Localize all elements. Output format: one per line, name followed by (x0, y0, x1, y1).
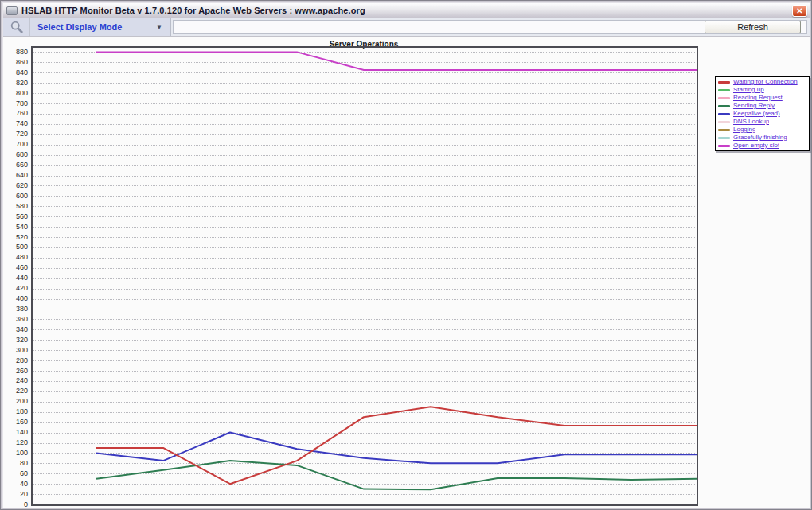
y-axis-tick-label: 760 (6, 110, 28, 117)
app-window: HSLAB HTTP Monitor Beta v 1.7.0.120 for … (0, 0, 812, 510)
legend-label: Keepalive (read) (733, 110, 780, 118)
legend-label: Reading Request (733, 94, 783, 102)
y-axis-tick-label: 100 (6, 450, 28, 457)
legend-label: DNS Lookup (733, 118, 769, 126)
legend-item[interactable]: Waiting for Connection (716, 78, 809, 86)
legend-swatch (718, 121, 730, 123)
y-axis-tick-label: 140 (6, 429, 28, 436)
y-axis-tick-label: 280 (6, 357, 28, 364)
y-axis-tick-label: 640 (6, 172, 28, 179)
y-axis-tick-label: 120 (6, 439, 28, 446)
y-axis-tick-label: 80 (6, 460, 28, 467)
y-axis-tick-label: 700 (6, 141, 28, 148)
legend-swatch (718, 137, 730, 139)
legend-swatch (718, 81, 730, 84)
y-axis-tick-label: 60 (6, 470, 28, 477)
legend-item[interactable]: Gracefully finishing (716, 134, 809, 142)
legend-swatch (718, 145, 730, 147)
legend-label: Open empty slot (733, 142, 779, 150)
legend-item[interactable]: Logging (716, 126, 809, 134)
y-axis-tick-label: 580 (6, 203, 28, 210)
y-axis-tick-label: 0 (6, 501, 28, 508)
y-axis-tick-label: 500 (6, 243, 28, 251)
legend-item[interactable]: Starting up (716, 86, 809, 94)
y-axis-tick-label: 160 (6, 419, 28, 426)
y-axis-tick-label: 560 (6, 213, 28, 220)
y-axis-tick-label: 380 (6, 306, 28, 313)
y-axis-tick-label: 880 (6, 49, 28, 56)
legend-label: Gracefully finishing (733, 134, 787, 142)
legend-label: Logging (733, 126, 755, 134)
chart-plot (31, 46, 698, 506)
y-axis-tick-label: 340 (6, 326, 28, 333)
y-axis-tick-label: 660 (6, 162, 28, 169)
legend-item[interactable]: Open empty slot (716, 142, 809, 150)
legend-item[interactable]: Sending Reply (716, 102, 809, 110)
legend-item[interactable]: DNS Lookup (716, 118, 809, 126)
y-axis-tick-label: 240 (6, 377, 28, 384)
legend-label: Sending Reply (733, 102, 775, 110)
y-axis-tick-label: 480 (6, 254, 28, 261)
legend: Waiting for ConnectionStarting upReading… (715, 76, 810, 151)
y-axis-tick-label: 820 (6, 80, 28, 87)
y-axis-tick-label: 200 (6, 398, 28, 405)
y-axis-tick-label: 180 (6, 408, 28, 415)
chart-panel: Server Operations 0204060801001201401601… (3, 37, 810, 508)
y-axis-tick-label: 360 (6, 316, 28, 323)
y-axis-tick-label: 840 (6, 69, 28, 76)
legend-swatch (718, 113, 730, 115)
y-axis-tick-label: 300 (6, 347, 28, 354)
y-axis-tick-label: 720 (6, 130, 28, 138)
y-axis-tick-label: 400 (6, 295, 28, 302)
y-axis-tick-label: 540 (6, 224, 28, 231)
legend-item[interactable]: Keepalive (read) (716, 110, 809, 118)
legend-item[interactable]: Reading Request (716, 94, 809, 102)
y-axis-tick-label: 260 (6, 368, 28, 375)
y-axis-tick-label: 680 (6, 151, 28, 158)
y-axis-tick-label: 520 (6, 234, 28, 241)
series-line-open-empty-slot (96, 52, 697, 70)
y-axis-tick-label: 600 (6, 193, 28, 200)
y-axis-tick-label: 780 (6, 100, 28, 107)
legend-swatch (718, 97, 730, 99)
legend-swatch (718, 105, 730, 107)
y-axis-tick-label: 860 (6, 59, 28, 66)
legend-swatch (718, 89, 730, 91)
y-axis-tick-label: 220 (6, 387, 28, 395)
y-axis-tick-label: 460 (6, 264, 28, 271)
series-line-waiting-for-connection (96, 407, 697, 484)
y-axis-tick-label: 800 (6, 90, 28, 97)
y-axis-tick-label: 740 (6, 120, 28, 127)
y-axis-tick-label: 320 (6, 337, 28, 344)
y-axis-tick-label: 20 (6, 491, 28, 498)
y-axis-tick-label: 420 (6, 285, 28, 292)
y-axis-tick-label: 40 (6, 481, 28, 488)
series-line-sending-reply (96, 461, 697, 489)
y-axis-tick-label: 440 (6, 274, 28, 282)
legend-label: Waiting for Connection (733, 78, 798, 86)
series-line-keepalive-read- (96, 433, 697, 464)
legend-swatch (718, 129, 730, 131)
y-axis-tick-label: 620 (6, 182, 28, 189)
legend-label: Starting up (733, 86, 764, 94)
